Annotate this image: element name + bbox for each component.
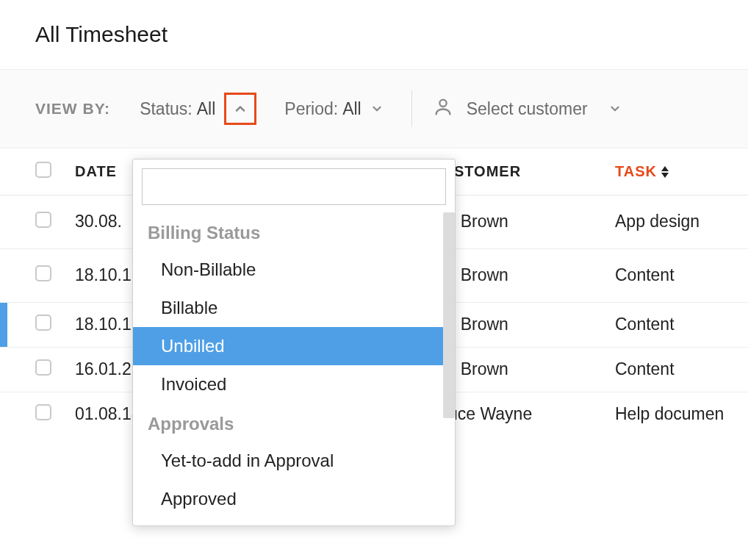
dropdown-group-label: Billing Status — [133, 212, 455, 251]
row-accent — [0, 303, 7, 347]
filter-bar: VIEW BY: Status: All Period: All Select … — [0, 69, 748, 148]
status-value: All — [197, 99, 216, 119]
row-checkbox[interactable] — [35, 315, 51, 331]
cell-customer: ron Brown — [431, 315, 615, 334]
row-checkbox[interactable] — [35, 404, 51, 420]
person-icon — [433, 96, 453, 121]
dropdown-item-unbilled[interactable]: Unbilled — [133, 327, 455, 365]
dropdown-item-yet-to-add[interactable]: Yet-to-add in Approval — [133, 442, 455, 480]
divider — [411, 90, 412, 127]
status-label: Status: — [140, 99, 193, 119]
period-filter[interactable]: Period: All — [284, 99, 383, 119]
row-checkbox[interactable] — [35, 359, 51, 376]
chevron-down-icon[interactable] — [370, 102, 384, 115]
row-checkbox[interactable] — [35, 212, 51, 228]
column-header-customer[interactable]: CUSTOMER — [431, 163, 615, 180]
customer-filter[interactable]: Select customer — [433, 96, 622, 121]
page-title: All Timesheet — [0, 0, 748, 69]
cell-task: Help documen — [615, 404, 748, 424]
status-dropdown: Billing Status Non-Billable Billable Unb… — [132, 159, 456, 526]
dropdown-item-approved[interactable]: Approved — [133, 480, 455, 518]
column-header-task[interactable]: TASK — [615, 163, 748, 180]
period-value: All — [342, 99, 362, 119]
view-by-label: VIEW BY: — [35, 100, 110, 118]
status-filter[interactable]: Status: All — [140, 93, 256, 125]
select-all-cell — [35, 162, 75, 182]
cell-task: Content — [615, 315, 748, 334]
dropdown-group-label: Approvals — [133, 403, 455, 442]
select-all-checkbox[interactable] — [35, 162, 51, 178]
cell-task: Content — [615, 359, 748, 379]
cell-task: Content — [615, 265, 748, 285]
dropdown-scrollbar[interactable] — [443, 212, 455, 418]
dropdown-item-billable[interactable]: Billable — [133, 289, 455, 327]
cell-customer: Bruce Wayne — [431, 404, 615, 424]
cell-customer: ron Brown — [431, 359, 615, 379]
task-header-label: TASK — [615, 163, 657, 180]
cell-task: App design — [615, 212, 748, 231]
cell-customer: ron Brown — [431, 212, 615, 231]
dropdown-item-invoiced[interactable]: Invoiced — [133, 365, 455, 403]
chevron-up-icon[interactable] — [224, 93, 256, 125]
cell-customer: ron Brown — [431, 265, 615, 285]
dropdown-search-input[interactable] — [142, 168, 446, 205]
customer-label: Select customer — [467, 99, 588, 119]
row-checkbox[interactable] — [35, 265, 51, 281]
chevron-down-icon[interactable] — [608, 102, 622, 115]
sort-icon — [661, 166, 669, 178]
svg-point-0 — [439, 100, 446, 107]
period-label: Period: — [284, 99, 338, 119]
dropdown-item-non-billable[interactable]: Non-Billable — [133, 251, 455, 289]
